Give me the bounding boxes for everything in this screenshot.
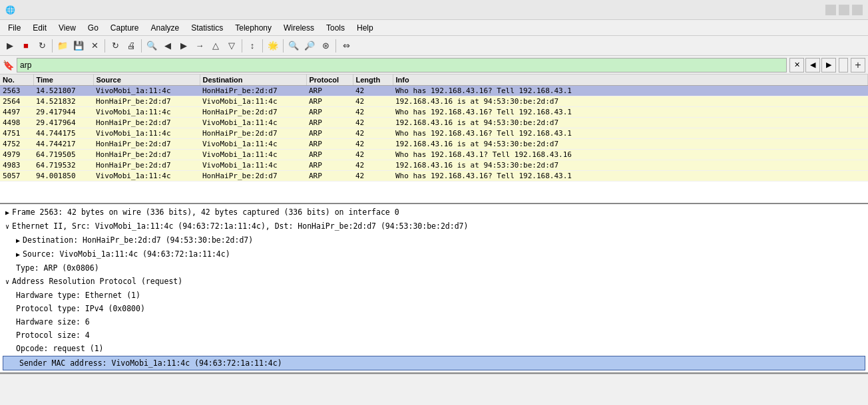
col-time: Time bbox=[33, 74, 93, 86]
menu-item-analyze[interactable]: Analyze bbox=[146, 22, 185, 34]
detail-line: Protocol size: 4 bbox=[0, 329, 868, 342]
menu-item-edit[interactable]: Edit bbox=[27, 22, 52, 34]
title-text: 🌐 bbox=[5, 5, 19, 15]
detail-line: Protocol type: IPv4 (0x0800) bbox=[0, 302, 868, 315]
col-destination: Destination bbox=[200, 74, 306, 86]
table-row[interactable]: 498364.719532HonHaiPr_be:2d:d7VivoMobi_1… bbox=[0, 160, 868, 171]
detail-line[interactable]: ▶Frame 2563: 42 bytes on wire (336 bits)… bbox=[0, 205, 868, 219]
separator-7 bbox=[335, 39, 336, 53]
toolbar: ▶ ■ ↻ 📁 💾 ✕ ↻ 🖨 🔍 ◀ ▶ → △ ▽ ↕ 🌟 🔍 🔎 ⊛ ⇔ bbox=[0, 36, 868, 56]
filter-icon: 🔖 bbox=[3, 60, 14, 70]
zoom-reset-button[interactable]: ⊛ bbox=[318, 39, 333, 53]
zoom-out-button[interactable]: 🔎 bbox=[302, 39, 317, 53]
filter-input[interactable] bbox=[17, 58, 787, 72]
separator-5 bbox=[262, 39, 263, 53]
go-first-button[interactable]: △ bbox=[208, 39, 223, 53]
separator-2 bbox=[105, 39, 105, 53]
go-back-button[interactable]: ◀ bbox=[160, 39, 175, 53]
go-forward-button[interactable]: ▶ bbox=[176, 39, 191, 53]
detail-line[interactable]: ∨Address Resolution Protocol (request) bbox=[0, 275, 868, 289]
toggle-icon[interactable]: ∨ bbox=[5, 278, 9, 285]
separator-1 bbox=[52, 39, 53, 53]
packet-detail: ▶Frame 2563: 42 bytes on wire (336 bits)… bbox=[0, 204, 868, 374]
minimize-button[interactable] bbox=[825, 5, 836, 15]
detail-line: Opcode: request (1) bbox=[0, 342, 868, 355]
col-no: No. bbox=[0, 74, 33, 86]
restart-capture-button[interactable]: ↻ bbox=[35, 39, 49, 53]
menu-item-wireless[interactable]: Wireless bbox=[278, 22, 320, 34]
status-bar bbox=[0, 374, 868, 387]
menu-item-view[interactable]: View bbox=[53, 22, 81, 34]
reload-button[interactable]: ↻ bbox=[108, 39, 122, 53]
toggle-icon[interactable]: ▶ bbox=[16, 251, 20, 258]
find-packet-button[interactable]: 🔍 bbox=[144, 39, 159, 53]
go-last-button[interactable]: ▽ bbox=[224, 39, 239, 53]
detail-line[interactable]: ▶Destination: HonHaiPr_be:2d:d7 (94:53:3… bbox=[0, 233, 868, 247]
go-to-packet-button[interactable]: → bbox=[192, 39, 207, 53]
toggle-icon[interactable]: ∨ bbox=[5, 223, 9, 230]
save-file-button[interactable]: 💾 bbox=[71, 39, 86, 53]
menu-item-help[interactable]: Help bbox=[351, 22, 379, 34]
zoom-in-button[interactable]: 🔍 bbox=[286, 39, 301, 53]
menu-bar: FileEditViewGoCaptureAnalyzeStatisticsTe… bbox=[0, 20, 868, 36]
toggle-icon[interactable]: ▶ bbox=[16, 237, 20, 244]
window-icon: 🌐 bbox=[5, 5, 15, 15]
add-filter-button[interactable]: + bbox=[851, 58, 865, 72]
menu-item-capture[interactable]: Capture bbox=[105, 22, 144, 34]
title-controls bbox=[825, 5, 863, 15]
table-row[interactable]: 505794.001850VivoMobi_1a:11:4cHonHaiPr_b… bbox=[0, 171, 868, 182]
start-capture-button[interactable]: ▶ bbox=[3, 39, 17, 53]
separator-6 bbox=[283, 39, 284, 53]
col-source: Source bbox=[93, 74, 200, 86]
close-button[interactable] bbox=[852, 5, 863, 15]
menu-item-tools[interactable]: Tools bbox=[321, 22, 350, 34]
separator-3 bbox=[141, 39, 142, 53]
menu-item-file[interactable]: File bbox=[3, 22, 26, 34]
auto-scroll-button[interactable]: ↕ bbox=[245, 39, 260, 53]
menu-item-statistics[interactable]: Statistics bbox=[186, 22, 228, 34]
title-bar: 🌐 bbox=[0, 0, 868, 20]
table-row[interactable]: 475144.744175VivoMobi_1a:11:4cHonHaiPr_b… bbox=[0, 128, 868, 139]
resize-columns-button[interactable]: ⇔ bbox=[339, 39, 353, 53]
table-row[interactable]: 256414.521832HonHaiPr_be:2d:d7VivoMobi_1… bbox=[0, 96, 868, 107]
col-info: Info bbox=[393, 74, 868, 86]
stop-capture-button[interactable]: ■ bbox=[19, 39, 33, 53]
close-file-button[interactable]: ✕ bbox=[87, 39, 102, 53]
filter-clear-button[interactable]: ✕ bbox=[789, 58, 804, 72]
filter-bar: 🔖 ✕ ◀ ▶ + bbox=[0, 56, 868, 74]
maximize-button[interactable] bbox=[839, 5, 849, 15]
filter-right-button[interactable]: ▶ bbox=[821, 58, 836, 72]
separator-4 bbox=[242, 39, 242, 53]
detail-line: Sender MAC address: VivoMobi_1a:11:4c (9… bbox=[3, 356, 865, 370]
expression-button[interactable] bbox=[839, 58, 848, 72]
detail-line: Type: ARP (0x0806) bbox=[0, 261, 868, 275]
packet-table: No. Time Source Destination Protocol Len… bbox=[0, 74, 868, 182]
open-file-button[interactable]: 📁 bbox=[55, 39, 70, 53]
col-protocol: Protocol bbox=[306, 74, 353, 86]
toggle-icon[interactable]: ▶ bbox=[5, 209, 9, 216]
detail-line: Hardware size: 6 bbox=[0, 315, 868, 329]
filter-controls: ✕ ◀ ▶ bbox=[789, 58, 836, 72]
menu-item-go[interactable]: Go bbox=[83, 22, 104, 34]
colorize-button[interactable]: 🌟 bbox=[266, 39, 280, 53]
detail-line[interactable]: ▶Source: VivoMobi_1a:11:4c (94:63:72:1a:… bbox=[0, 247, 868, 261]
table-row[interactable]: 497964.719505HonHaiPr_be:2d:d7VivoMobi_1… bbox=[0, 150, 868, 160]
table-row[interactable]: 475244.744217HonHaiPr_be:2d:d7VivoMobi_1… bbox=[0, 139, 868, 150]
print-button[interactable]: 🖨 bbox=[124, 39, 138, 53]
packet-table-header: No. Time Source Destination Protocol Len… bbox=[0, 74, 868, 86]
packet-list[interactable]: No. Time Source Destination Protocol Len… bbox=[0, 74, 868, 204]
col-length: Length bbox=[353, 74, 393, 86]
table-row[interactable]: 256314.521807VivoMobi_1a:11:4cHonHaiPr_b… bbox=[0, 86, 868, 96]
detail-line: Hardware type: Ethernet (1) bbox=[0, 289, 868, 302]
menu-item-telephony[interactable]: Telephony bbox=[230, 22, 277, 34]
filter-left-button[interactable]: ◀ bbox=[805, 58, 820, 72]
table-row[interactable]: 449829.417964HonHaiPr_be:2d:d7VivoMobi_1… bbox=[0, 118, 868, 128]
packet-table-body: 256314.521807VivoMobi_1a:11:4cHonHaiPr_b… bbox=[0, 86, 868, 182]
table-row[interactable]: 449729.417944VivoMobi_1a:11:4cHonHaiPr_b… bbox=[0, 107, 868, 118]
detail-line[interactable]: ∨Ethernet II, Src: VivoMobi_1a:11:4c (94… bbox=[0, 219, 868, 233]
